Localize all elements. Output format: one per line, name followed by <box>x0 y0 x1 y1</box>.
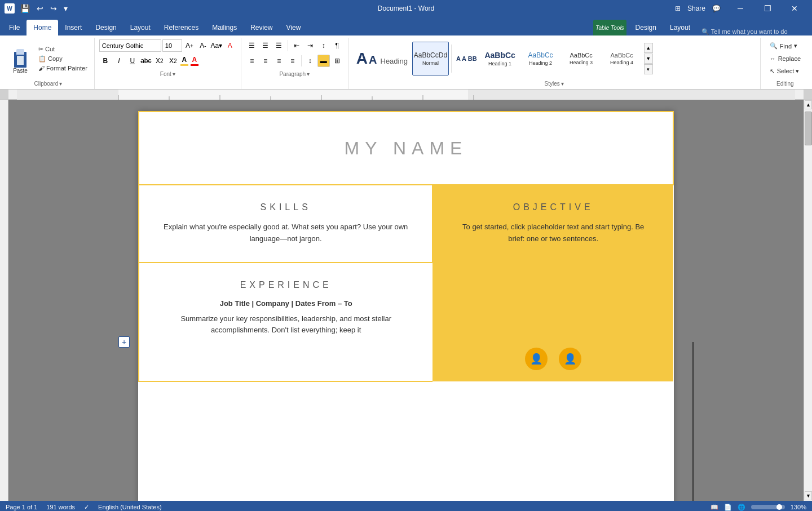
subscript-button[interactable]: X2 <box>153 55 166 67</box>
scroll-up-button[interactable]: ▲ <box>805 100 812 109</box>
close-button[interactable]: ✕ <box>782 0 807 17</box>
objective-cell[interactable]: OBJECTIVE To get started, click placehol… <box>433 185 673 263</box>
view-read-button[interactable]: 📖 <box>710 504 718 511</box>
align-left-button[interactable]: ≡ <box>246 55 258 67</box>
paragraph-label[interactable]: Paragraph ▾ <box>246 70 343 79</box>
view-web-button[interactable]: 🌐 <box>738 504 745 511</box>
view-print-button[interactable]: 📄 <box>724 504 732 511</box>
select-button[interactable]: ↖ Select ▾ <box>765 65 804 77</box>
document-table[interactable]: MY NAME SKILLS Explain what you're espec… <box>138 111 674 382</box>
tab-view[interactable]: View <box>280 20 308 35</box>
style-heading4[interactable]: AaBbCc Heading 4 <box>602 42 642 75</box>
decrease-indent-button[interactable]: ⇤ <box>290 39 303 52</box>
tab-insert[interactable]: Insert <box>58 20 89 35</box>
comments-icon[interactable]: 💬 <box>712 5 721 12</box>
add-row-button[interactable]: + <box>118 336 130 348</box>
skills-cell[interactable]: SKILLS Explain what you're especially go… <box>139 185 433 263</box>
paste-button[interactable]: Paste <box>7 42 34 76</box>
styles-scroll-up[interactable]: ▲ <box>644 43 653 53</box>
scrollbar-thumb[interactable] <box>805 112 812 145</box>
shading-button[interactable]: ▬ <box>317 55 330 67</box>
styles-label[interactable]: Styles ▾ <box>353 79 756 89</box>
share-button[interactable]: Share <box>687 5 705 12</box>
tab-file[interactable]: File <box>2 20 27 35</box>
multilevel-list-button[interactable]: ☰ <box>273 39 285 52</box>
font-color-button[interactable]: A <box>191 56 198 66</box>
name-cell[interactable]: MY NAME <box>139 112 673 185</box>
screen-mode-icon[interactable]: ⊞ <box>675 5 681 12</box>
zoom-level[interactable]: 130% <box>791 504 806 510</box>
styles-scroll-down[interactable]: ▼ <box>644 54 653 64</box>
scroll-down-button[interactable]: ▼ <box>805 491 812 500</box>
tab-table-layout[interactable]: Layout <box>663 20 697 35</box>
tab-table-design[interactable]: Design <box>629 20 663 35</box>
tab-mailings[interactable]: Mailings <box>205 20 244 35</box>
job-title-text[interactable]: Job Title | Company | Dates From – To <box>162 299 410 308</box>
font-label[interactable]: Font ▾ <box>99 70 236 79</box>
style-aabb[interactable]: A A BB <box>456 55 477 62</box>
style-heading2[interactable]: AaBbCc Heading 2 <box>521 42 561 75</box>
style-heading1[interactable]: AaBbCc Heading 1 <box>480 42 520 75</box>
tell-me-input[interactable]: 🔍 Tell me what you want to do <box>701 28 788 35</box>
italic-button[interactable]: I <box>113 55 125 67</box>
tab-home[interactable]: Home <box>27 20 58 35</box>
experience-right-cell[interactable]: 👤 👤 <box>433 263 673 381</box>
redo-button[interactable]: ↪ <box>48 3 59 14</box>
font-grow-button[interactable]: A+ <box>183 39 196 52</box>
document-title: Document1 - Word <box>378 5 434 12</box>
heading-styles-large[interactable]: A A Heading <box>353 42 411 75</box>
center-align-button[interactable]: ≡ <box>259 55 272 67</box>
justify-button[interactable]: ≡ <box>286 55 299 67</box>
align-right-button[interactable]: ≡ <box>273 55 285 67</box>
bullets-button[interactable]: ☰ <box>246 39 258 52</box>
tab-review[interactable]: Review <box>244 20 279 35</box>
my-name-text[interactable]: MY NAME <box>151 138 661 159</box>
superscript-button[interactable]: X2 <box>167 55 179 67</box>
language-indicator[interactable]: English (United States) <box>98 504 162 510</box>
zoom-slider[interactable] <box>751 505 785 509</box>
sort-button[interactable]: ↕ <box>317 39 330 52</box>
styles-more-button[interactable]: ▾ <box>644 64 653 74</box>
document-area[interactable]: + MY NAME SKILLS Explain what you're esp… <box>8 100 804 501</box>
job-body-text[interactable]: Summarize your key responsibilities, lea… <box>162 313 410 337</box>
page-info[interactable]: Page 1 of 1 <box>6 504 37 510</box>
strikethrough-button[interactable]: abc <box>140 55 152 67</box>
minimize-button[interactable]: ─ <box>727 0 753 17</box>
font-size-input[interactable] <box>162 39 182 52</box>
find-button[interactable]: 🔍 Find ▾ <box>765 40 802 52</box>
tab-design[interactable]: Design <box>89 20 123 35</box>
objective-body[interactable]: To get started, click placeholder text a… <box>456 221 651 245</box>
underline-button[interactable]: U <box>126 55 139 67</box>
borders-button[interactable]: ⊞ <box>331 55 343 67</box>
save-button[interactable]: 💾 <box>18 3 32 14</box>
customize-quick-access-button[interactable]: ▾ <box>61 3 70 14</box>
style-heading3[interactable]: AaBbCc Heading 3 <box>562 42 601 75</box>
change-case-button[interactable]: Aa▾ <box>210 39 223 52</box>
cursor-line <box>692 342 694 501</box>
style-normal[interactable]: AaBbCcDd Normal <box>412 42 449 75</box>
proofing-icon[interactable]: ✓ <box>84 504 89 511</box>
copy-button[interactable]: 📋 Copy <box>36 55 90 63</box>
cut-button[interactable]: ✂ Cut <box>36 45 90 54</box>
right-scrollbar[interactable]: ▲ ▼ <box>804 100 812 501</box>
undo-button[interactable]: ↩ <box>34 3 46 14</box>
show-hide-button[interactable]: ¶ <box>331 39 343 52</box>
format-painter-button[interactable]: 🖌 Format Painter <box>36 64 90 72</box>
experience-cell[interactable]: EXPERIENCE Job Title | Company | Dates F… <box>139 263 433 381</box>
line-spacing-button[interactable]: ↕ <box>304 55 316 67</box>
font-shrink-button[interactable]: A- <box>197 39 209 52</box>
restore-button[interactable]: ❐ <box>754 0 780 17</box>
clipboard-label[interactable]: Clipboard ▾ <box>7 79 90 89</box>
skills-body[interactable]: Explain what you're especially good at. … <box>162 221 409 245</box>
font-name-input[interactable] <box>99 39 161 52</box>
clear-formatting-button[interactable]: A <box>224 39 236 52</box>
text-highlight-button[interactable]: A <box>180 56 188 66</box>
bold-button[interactable]: B <box>99 55 112 67</box>
replace-button[interactable]: ↔ Replace <box>765 53 805 64</box>
increase-indent-button[interactable]: ⇥ <box>304 39 316 52</box>
tab-references[interactable]: References <box>157 20 205 35</box>
tab-layout[interactable]: Layout <box>123 20 157 35</box>
word-count[interactable]: 191 words <box>46 504 75 510</box>
numbering-button[interactable]: ☰ <box>259 39 272 52</box>
document[interactable]: MY NAME SKILLS Explain what you're espec… <box>138 111 674 501</box>
